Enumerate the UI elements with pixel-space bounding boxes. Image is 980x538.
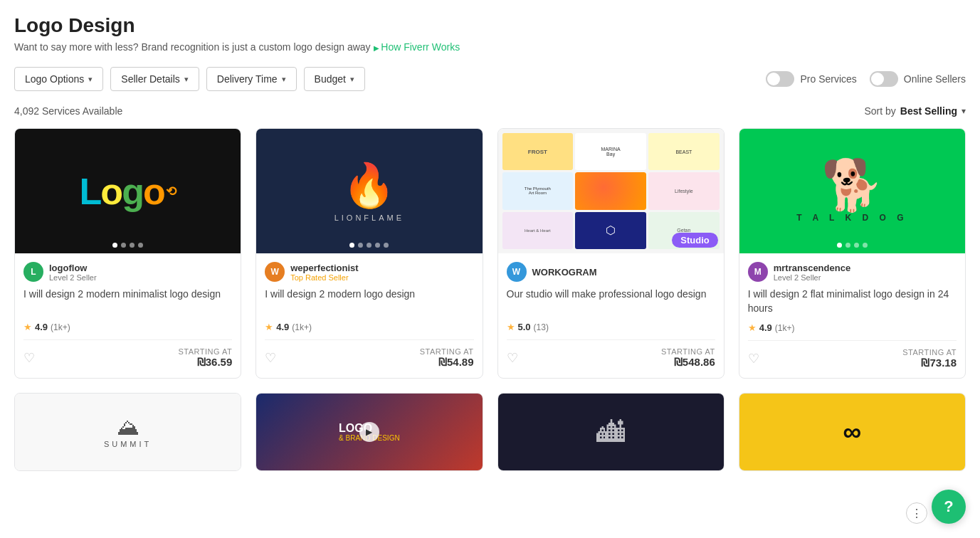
seller-row-3: W WORKOGRAM [507,262,715,282]
rating-val-2: 4.9 [276,322,289,332]
dot-5 [384,243,389,248]
dot-3 [130,243,135,248]
price-area-1: STARTING AT ₪36.59 [178,347,232,369]
rating-val-4: 4.9 [759,322,772,333]
flame-graphic: 🔥 [342,160,396,211]
rating-val-3: 5.0 [518,322,531,332]
starting-at-label-1: STARTING AT [178,347,232,356]
seller-row-2: W weperfectionist Top Rated Seller [265,262,473,282]
card-rating-4: ★ 4.9 (1k+) [748,322,957,333]
filter-seller-details[interactable]: Seller Details ▾ [110,67,199,91]
filter-budget[interactable]: Budget ▾ [304,67,365,91]
dot-3 [367,243,372,248]
card-body-2: W weperfectionist Top Rated Seller I wil… [256,253,482,377]
logo-flow-graphic: Logo [80,170,164,213]
seller-name-3: WORKOGRAM [532,267,597,278]
starting-at-label-2: STARTING AT [420,347,474,356]
sort-by-label: Sort by [865,105,896,117]
how-fiverr-works-link[interactable]: How Fiverr Works [374,41,460,53]
talkdog-text: T A L K D O G [796,213,907,223]
page-subtitle: Want to say more with less? Brand recogn… [14,41,966,53]
cards-grid: Logo ⟲ L logoflow [14,128,966,379]
toggles-area: Pro Services Online Sellers [766,71,966,87]
dot-2 [845,243,850,248]
studio-badge: Studio [672,233,717,248]
seller-row-4: M mrtranscendence Level 2 Seller [748,262,957,282]
card-body-4: M mrtranscendence Level 2 Seller I will … [739,253,965,378]
rating-count-1: (1k+) [51,322,70,332]
seller-info-4: mrtranscendence Level 2 Seller [774,263,850,282]
mountain-icon: ⛰ [104,416,152,438]
bottom-cards-grid: ⛰ SUMMIT LOGO & BRAND DESIGN ▶ 🏙 ∞ [14,393,966,471]
card-title-2: I will design 2 modern logo design [265,288,473,315]
seller-name-4: mrtranscendence [774,263,850,273]
price-area-4: STARTING AT ₪73.18 [902,348,957,369]
favorite-button-3[interactable]: ♡ [507,350,518,366]
rating-count-3: (13) [534,322,549,332]
results-count: 4,092 Services Available [14,105,122,117]
price-area-3: STARTING AT ₪548.86 [661,347,715,369]
avatar-3: W [507,262,527,282]
seller-row-1: L logoflow Level 2 Seller [23,262,232,282]
online-sellers-toggle-group: Online Sellers [870,71,966,87]
rating-val-1: 4.9 [35,322,48,332]
dot-1 [349,243,354,248]
starting-at-label-3: STARTING AT [661,347,715,356]
bottom-card-loop-logo: ∞ [739,393,966,471]
price-area-2: STARTING AT ₪54.89 [420,347,474,369]
card-rating-1: ★ 4.9 (1k+) [23,322,232,332]
card-footer-4: ♡ STARTING AT ₪73.18 [748,340,957,369]
price-1: ₪36.59 [178,356,232,369]
bottom-card-summit: ⛰ SUMMIT [14,393,241,471]
favorite-button-2[interactable]: ♡ [265,350,276,366]
seller-info-1: logoflow Level 2 Seller [49,263,97,282]
avatar-1: L [23,262,43,282]
loop-logo-image: ∞ [739,394,965,470]
dot-3 [854,243,859,248]
card-image-2: 🔥 LIONFLAME [256,129,482,253]
dot-2 [121,243,126,248]
filters-bar: Logo Options ▾ Seller Details ▾ Delivery… [14,67,966,91]
online-sellers-label: Online Sellers [904,73,966,85]
sort-value: Best Selling [900,105,957,117]
card-body-3: W WORKOGRAM Our studio will make profess… [498,253,724,377]
starting-at-label-4: STARTING AT [902,348,957,357]
logo-brand-image: LOGO & BRAND DESIGN ▶ [256,394,482,470]
avatar-4: M [748,262,768,282]
dot-1 [837,243,842,248]
sort-area[interactable]: Sort by Best Selling ▾ [865,105,966,117]
pro-services-toggle[interactable] [766,71,794,87]
card-workogram: FROST MARINABay BEAST The PlymouthArt Ro… [497,128,725,379]
rating-count-4: (1k+) [775,323,795,333]
star-icon-4: ★ [748,322,757,333]
card-footer-2: ♡ STARTING AT ₪54.89 [265,339,473,369]
seller-level-4: Level 2 Seller [774,273,850,282]
dot-4 [863,243,868,248]
card-weperfectionist: 🔥 LIONFLAME W weperfectionist [255,128,483,379]
card-title-4: I will design 2 flat minimalist logo des… [748,288,957,315]
dot-2 [358,243,363,248]
favorite-button-1[interactable]: ♡ [23,350,35,366]
card-title-3: Our studio will make professional logo d… [507,288,715,315]
card-logoflow: Logo ⟲ L logoflow [14,128,241,379]
results-bar: 4,092 Services Available Sort by Best Se… [14,105,966,117]
filter-logo-options[interactable]: Logo Options ▾ [14,67,103,91]
star-icon-2: ★ [265,322,273,332]
avatar-2: W [265,262,285,282]
lionflame-text: LIONFLAME [334,213,404,222]
online-sellers-toggle[interactable] [870,71,898,87]
card-title-1: I will design 2 modern minimalist logo d… [23,288,232,315]
favorite-button-4[interactable]: ♡ [748,351,759,366]
rating-count-2: (1k+) [292,322,312,332]
chevron-down-icon: ▾ [350,75,354,84]
card-mrtranscendence: 🐕 T A L K D O G M mrtranscendence Leve [739,128,966,379]
play-button[interactable]: ▶ [359,422,379,442]
star-icon-1: ★ [23,322,32,332]
chevron-down-icon: ▾ [282,75,286,84]
page-title: Logo Design [14,14,966,37]
talkdog-graphic: 🐕 [821,160,883,210]
price-2: ₪54.89 [420,356,474,369]
filter-delivery-time[interactable]: Delivery Time ▾ [206,67,297,91]
price-4: ₪73.18 [902,357,957,369]
seller-name-1: logoflow [49,263,97,273]
